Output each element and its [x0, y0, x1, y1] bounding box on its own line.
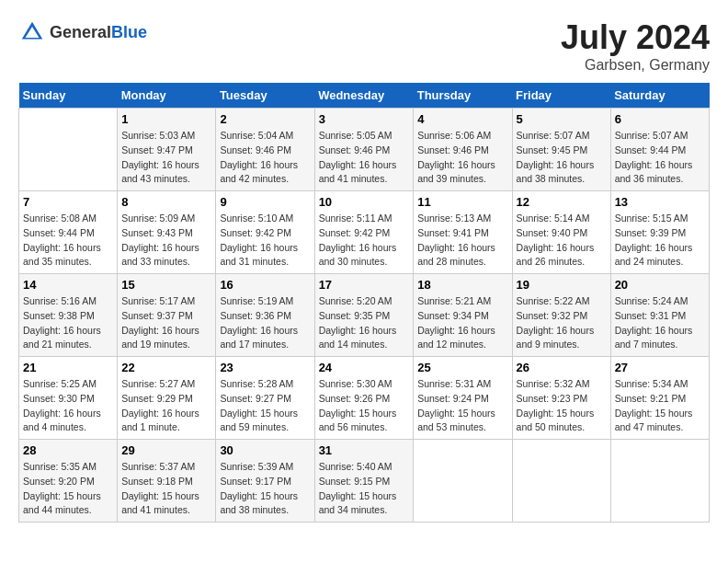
calendar-cell [414, 440, 512, 523]
day-detail: Sunrise: 5:09 AM Sunset: 9:43 PM Dayligh… [121, 212, 211, 270]
calendar-cell: 18Sunrise: 5:21 AM Sunset: 9:34 PM Dayli… [414, 274, 512, 357]
day-number: 10 [319, 195, 410, 209]
day-number: 28 [23, 443, 113, 457]
day-number: 23 [220, 361, 310, 374]
calendar-cell: 1Sunrise: 5:03 AM Sunset: 9:47 PM Daylig… [118, 109, 216, 191]
day-number: 16 [220, 278, 310, 292]
calendar-cell: 26Sunrise: 5:32 AM Sunset: 9:23 PM Dayli… [512, 357, 610, 440]
calendar-week-row: 1Sunrise: 5:03 AM Sunset: 9:47 PM Daylig… [19, 109, 710, 191]
calendar-cell: 9Sunrise: 5:10 AM Sunset: 9:42 PM Daylig… [216, 191, 314, 274]
day-number: 18 [417, 278, 507, 292]
page-header: GeneralBlue July 2024 Garbsen, Germany [18, 18, 710, 74]
calendar-cell: 20Sunrise: 5:24 AM Sunset: 9:31 PM Dayli… [610, 274, 709, 357]
day-number: 5 [517, 112, 607, 126]
calendar-cell: 8Sunrise: 5:09 AM Sunset: 9:43 PM Daylig… [118, 191, 216, 274]
calendar-cell: 2Sunrise: 5:04 AM Sunset: 9:46 PM Daylig… [216, 109, 314, 191]
calendar-table: SundayMondayTuesdayWednesdayThursdayFrid… [18, 83, 710, 523]
day-detail: Sunrise: 5:35 AM Sunset: 9:20 PM Dayligh… [23, 460, 113, 518]
day-number: 31 [319, 443, 410, 457]
day-detail: Sunrise: 5:25 AM Sunset: 9:30 PM Dayligh… [23, 377, 113, 435]
day-number: 4 [417, 112, 507, 126]
day-number: 20 [615, 278, 705, 292]
calendar-cell: 10Sunrise: 5:11 AM Sunset: 9:42 PM Dayli… [314, 191, 414, 274]
day-detail: Sunrise: 5:22 AM Sunset: 9:32 PM Dayligh… [517, 294, 607, 352]
day-number: 26 [517, 361, 607, 374]
logo-icon [18, 18, 46, 46]
calendar-week-row: 28Sunrise: 5:35 AM Sunset: 9:20 PM Dayli… [19, 440, 710, 523]
calendar-week-row: 7Sunrise: 5:08 AM Sunset: 9:44 PM Daylig… [19, 191, 710, 274]
calendar-cell: 19Sunrise: 5:22 AM Sunset: 9:32 PM Dayli… [512, 274, 610, 357]
calendar-cell: 6Sunrise: 5:07 AM Sunset: 9:44 PM Daylig… [610, 109, 709, 191]
calendar-cell: 15Sunrise: 5:17 AM Sunset: 9:37 PM Dayli… [118, 274, 216, 357]
day-of-week-header: Saturday [610, 83, 709, 109]
calendar-cell: 29Sunrise: 5:37 AM Sunset: 9:18 PM Dayli… [118, 440, 216, 523]
calendar-cell: 7Sunrise: 5:08 AM Sunset: 9:44 PM Daylig… [19, 191, 118, 274]
day-of-week-header: Wednesday [314, 83, 414, 109]
day-of-week-header: Thursday [414, 83, 512, 109]
day-number: 25 [417, 361, 507, 374]
calendar-cell: 22Sunrise: 5:27 AM Sunset: 9:29 PM Dayli… [118, 357, 216, 440]
calendar-cell: 5Sunrise: 5:07 AM Sunset: 9:45 PM Daylig… [512, 109, 610, 191]
day-number: 30 [220, 443, 310, 457]
day-detail: Sunrise: 5:20 AM Sunset: 9:35 PM Dayligh… [319, 294, 410, 352]
day-number: 6 [615, 112, 705, 126]
day-detail: Sunrise: 5:40 AM Sunset: 9:15 PM Dayligh… [319, 460, 410, 518]
day-number: 3 [319, 112, 410, 126]
calendar-cell: 28Sunrise: 5:35 AM Sunset: 9:20 PM Dayli… [19, 440, 118, 523]
calendar-cell [610, 440, 709, 523]
calendar-week-row: 14Sunrise: 5:16 AM Sunset: 9:38 PM Dayli… [19, 274, 710, 357]
day-of-week-header: Sunday [19, 83, 118, 109]
calendar-cell: 17Sunrise: 5:20 AM Sunset: 9:35 PM Dayli… [314, 274, 414, 357]
calendar-cell [512, 440, 610, 523]
logo-text-blue: Blue [111, 23, 147, 41]
day-detail: Sunrise: 5:15 AM Sunset: 9:39 PM Dayligh… [615, 212, 705, 270]
day-detail: Sunrise: 5:32 AM Sunset: 9:23 PM Dayligh… [517, 377, 607, 435]
day-number: 29 [121, 443, 211, 457]
day-detail: Sunrise: 5:07 AM Sunset: 9:45 PM Dayligh… [517, 129, 607, 187]
calendar-cell: 23Sunrise: 5:28 AM Sunset: 9:27 PM Dayli… [216, 357, 314, 440]
day-detail: Sunrise: 5:07 AM Sunset: 9:44 PM Dayligh… [615, 129, 705, 187]
day-number: 11 [417, 195, 507, 209]
day-detail: Sunrise: 5:21 AM Sunset: 9:34 PM Dayligh… [417, 294, 507, 352]
logo: GeneralBlue [18, 18, 147, 46]
calendar-cell: 14Sunrise: 5:16 AM Sunset: 9:38 PM Dayli… [19, 274, 118, 357]
day-detail: Sunrise: 5:31 AM Sunset: 9:24 PM Dayligh… [417, 377, 507, 435]
calendar-cell: 16Sunrise: 5:19 AM Sunset: 9:36 PM Dayli… [216, 274, 314, 357]
calendar-cell: 31Sunrise: 5:40 AM Sunset: 9:15 PM Dayli… [314, 440, 414, 523]
calendar-week-row: 21Sunrise: 5:25 AM Sunset: 9:30 PM Dayli… [19, 357, 710, 440]
day-detail: Sunrise: 5:14 AM Sunset: 9:40 PM Dayligh… [517, 212, 607, 270]
day-detail: Sunrise: 5:28 AM Sunset: 9:27 PM Dayligh… [220, 377, 310, 435]
day-detail: Sunrise: 5:34 AM Sunset: 9:21 PM Dayligh… [615, 377, 705, 435]
day-detail: Sunrise: 5:37 AM Sunset: 9:18 PM Dayligh… [121, 460, 211, 518]
day-detail: Sunrise: 5:27 AM Sunset: 9:29 PM Dayligh… [121, 377, 211, 435]
day-number: 21 [23, 361, 113, 374]
title-block: July 2024 Garbsen, Germany [561, 18, 710, 74]
day-detail: Sunrise: 5:13 AM Sunset: 9:41 PM Dayligh… [417, 212, 507, 270]
calendar-cell: 4Sunrise: 5:06 AM Sunset: 9:46 PM Daylig… [414, 109, 512, 191]
day-detail: Sunrise: 5:24 AM Sunset: 9:31 PM Dayligh… [615, 294, 705, 352]
logo-text-general: General [50, 23, 111, 41]
calendar-cell: 27Sunrise: 5:34 AM Sunset: 9:21 PM Dayli… [610, 357, 709, 440]
day-number: 24 [319, 361, 410, 374]
calendar-cell: 30Sunrise: 5:39 AM Sunset: 9:17 PM Dayli… [216, 440, 314, 523]
day-number: 9 [220, 195, 310, 209]
calendar-cell [19, 109, 118, 191]
day-number: 1 [121, 112, 211, 126]
calendar-cell: 12Sunrise: 5:14 AM Sunset: 9:40 PM Dayli… [512, 191, 610, 274]
location-title: Garbsen, Germany [561, 57, 710, 74]
day-detail: Sunrise: 5:30 AM Sunset: 9:26 PM Dayligh… [319, 377, 410, 435]
day-number: 7 [23, 195, 113, 209]
day-number: 19 [517, 278, 607, 292]
day-detail: Sunrise: 5:06 AM Sunset: 9:46 PM Dayligh… [417, 129, 507, 187]
day-of-week-header: Friday [512, 83, 610, 109]
day-detail: Sunrise: 5:10 AM Sunset: 9:42 PM Dayligh… [220, 212, 310, 270]
day-number: 12 [517, 195, 607, 209]
day-number: 8 [121, 195, 211, 209]
day-number: 2 [220, 112, 310, 126]
calendar-cell: 21Sunrise: 5:25 AM Sunset: 9:30 PM Dayli… [19, 357, 118, 440]
calendar-cell: 25Sunrise: 5:31 AM Sunset: 9:24 PM Dayli… [414, 357, 512, 440]
day-detail: Sunrise: 5:08 AM Sunset: 9:44 PM Dayligh… [23, 212, 113, 270]
day-detail: Sunrise: 5:05 AM Sunset: 9:46 PM Dayligh… [319, 129, 410, 187]
day-detail: Sunrise: 5:39 AM Sunset: 9:17 PM Dayligh… [220, 460, 310, 518]
day-number: 27 [615, 361, 705, 374]
